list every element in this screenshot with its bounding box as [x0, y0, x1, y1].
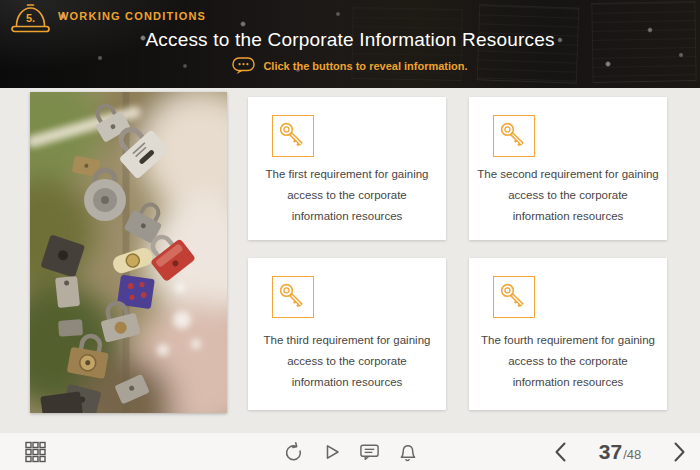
- course-slide: 5. WORKING CONDITIONS Access to the Corp…: [0, 0, 700, 470]
- play-button[interactable]: [318, 438, 344, 466]
- card-text: The second requirement for gaining acces…: [469, 157, 667, 240]
- instruction-bar: Click the buttons to reveal information.: [0, 57, 700, 75]
- card-text: The first requirement for gaining access…: [248, 157, 446, 240]
- prev-slide-button[interactable]: [548, 438, 574, 466]
- chevron-left-icon: [552, 441, 570, 463]
- page-current: 37: [599, 440, 622, 464]
- player-toolbar: 37 /48: [0, 432, 700, 470]
- grid-icon: [25, 441, 46, 463]
- refresh-icon: [283, 441, 304, 463]
- card-text: The fourth requirement for gaining acces…: [469, 318, 667, 410]
- instruction-text: Click the buttons to reveal information.: [263, 60, 467, 72]
- section-number: 5.: [8, 12, 53, 24]
- key-icon: [272, 115, 314, 157]
- reveal-button-second[interactable]: The second requirement for gaining acces…: [469, 97, 667, 240]
- key-icon: [493, 115, 535, 157]
- reveal-button-third[interactable]: The third requirement for gaining access…: [248, 258, 446, 410]
- love-locks-photo: [30, 92, 227, 413]
- section-label: WORKING CONDITIONS: [58, 10, 206, 22]
- slide-header: 5. WORKING CONDITIONS Access to the Corp…: [0, 0, 700, 88]
- key-icon: [493, 276, 535, 318]
- player-center-controls: [280, 438, 420, 466]
- comment-icon: [359, 441, 380, 463]
- notifications-button[interactable]: [394, 438, 420, 466]
- speech-bubble-icon: [232, 57, 256, 75]
- page-total: /48: [623, 447, 641, 462]
- menu-grid-button[interactable]: [22, 438, 48, 466]
- bell-icon: [397, 441, 418, 463]
- replay-button[interactable]: [280, 438, 306, 466]
- page-indicator: 37 /48: [592, 440, 648, 464]
- reveal-button-fourth[interactable]: The fourth requirement for gaining acces…: [469, 258, 667, 410]
- notes-button[interactable]: [356, 438, 382, 466]
- reveal-button-first[interactable]: The first requirement for gaining access…: [248, 97, 446, 240]
- slide-title: Access to the Corporate Information Reso…: [0, 29, 700, 51]
- card-text: The third requirement for gaining access…: [248, 318, 446, 410]
- content-area: The first requirement for gaining access…: [0, 88, 700, 432]
- chevron-right-icon: [670, 441, 688, 463]
- next-slide-button[interactable]: [666, 438, 692, 466]
- play-icon: [321, 441, 342, 463]
- key-icon: [272, 276, 314, 318]
- slide-pager: 37 /48: [548, 438, 692, 466]
